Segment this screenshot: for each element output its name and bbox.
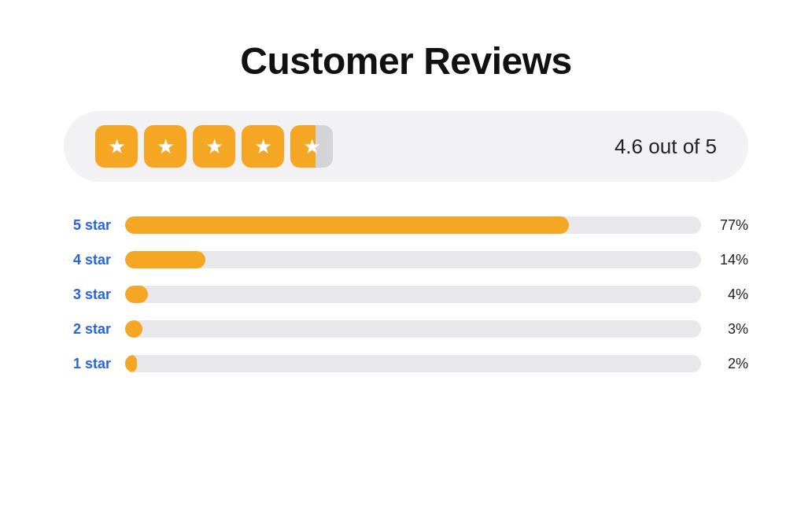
bars-section: 5 star77%4 star14%3 star4%2 star3%1 star…	[64, 216, 748, 372]
bar-fill-3	[125, 286, 148, 303]
bar-row: 5 star77%	[64, 216, 748, 234]
bar-pct-2: 14%	[715, 252, 748, 268]
rating-summary: ★★★★★ 4.6 out of 5	[64, 111, 748, 182]
bar-fill-1	[125, 216, 569, 234]
star-box-4: ★	[242, 125, 284, 168]
star-icon-3: ★	[205, 135, 223, 159]
star-icon-5: ★	[303, 135, 321, 159]
bar-pct-1: 77%	[715, 217, 748, 234]
bar-label-2: 4 star	[64, 252, 111, 268]
bar-track-1	[125, 216, 701, 234]
bar-label-4: 2 star	[64, 321, 111, 338]
rating-text: 4.6 out of 5	[615, 135, 717, 159]
bar-pct-5: 2%	[715, 356, 748, 372]
bar-label-3: 3 star	[64, 286, 111, 303]
bar-track-3	[125, 286, 701, 303]
bar-track-4	[125, 320, 701, 338]
page-title: Customer Reviews	[64, 39, 748, 83]
bar-row: 2 star3%	[64, 320, 748, 338]
bar-track-5	[125, 355, 701, 372]
stars-row: ★★★★★	[95, 125, 333, 168]
star-icon-4: ★	[254, 135, 272, 159]
star-box-5: ★	[290, 125, 333, 168]
bar-fill-4	[125, 320, 142, 338]
bar-pct-4: 3%	[715, 321, 748, 338]
bar-fill-2	[125, 251, 205, 268]
star-box-2: ★	[144, 125, 186, 168]
bar-track-2	[125, 251, 701, 268]
bar-pct-3: 4%	[715, 286, 748, 303]
bar-row: 1 star2%	[64, 355, 748, 372]
star-icon-1: ★	[108, 135, 126, 159]
star-box-1: ★	[95, 125, 138, 168]
star-icon-2: ★	[157, 135, 175, 159]
bar-fill-5	[125, 355, 137, 372]
bar-label-5: 1 star	[64, 356, 111, 372]
bar-label-1: 5 star	[64, 217, 111, 234]
bar-row: 4 star14%	[64, 251, 748, 268]
bar-row: 3 star4%	[64, 286, 748, 303]
reviews-container: Customer Reviews ★★★★★ 4.6 out of 5 5 st…	[64, 39, 748, 372]
star-box-3: ★	[193, 125, 235, 168]
